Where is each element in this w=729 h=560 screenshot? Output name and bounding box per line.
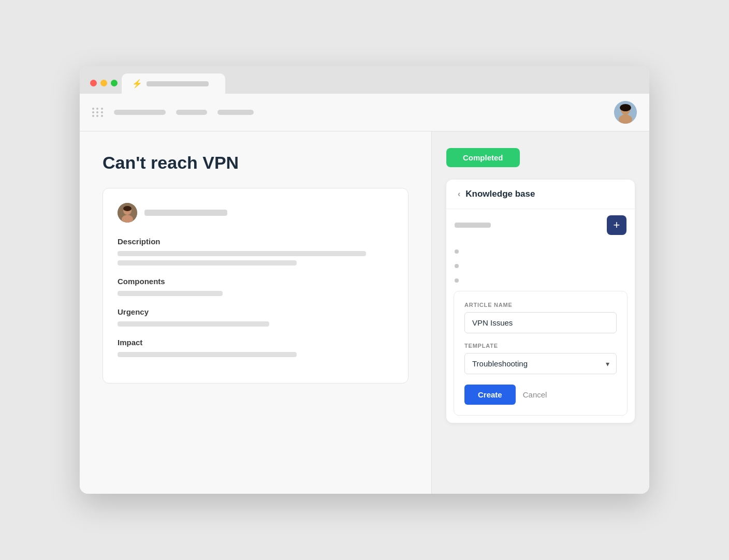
dot	[101, 115, 103, 117]
traffic-lights	[90, 80, 118, 94]
kb-header: ‹ Knowledge base	[446, 180, 635, 209]
user-avatar[interactable]	[614, 101, 637, 124]
right-panel: Completed ‹ Knowledge base +	[432, 131, 649, 494]
list-dot	[455, 249, 459, 254]
close-button[interactable]	[90, 80, 97, 86]
template-field-group: TEMPLATE Troubleshooting How-to FAQ Refe…	[464, 343, 617, 374]
components-label: Components	[118, 277, 393, 286]
apps-grid-icon[interactable]	[92, 108, 104, 117]
nav-item-3[interactable]	[217, 110, 254, 115]
list-dot	[455, 278, 459, 283]
description-bar-1	[118, 251, 366, 256]
create-button[interactable]: Create	[464, 385, 516, 405]
urgency-bar-1	[118, 321, 269, 327]
dot	[101, 108, 103, 110]
tab-title-bar	[147, 81, 209, 86]
kb-title: Knowledge base	[465, 189, 535, 199]
kb-toolbar: +	[446, 209, 635, 241]
article-name-field-group: ARTICLE NAME	[464, 302, 617, 333]
knowledge-base-panel: ‹ Knowledge base +	[446, 180, 635, 423]
dot	[101, 111, 103, 113]
components-section: Components	[118, 277, 393, 296]
impact-section: Impact	[118, 338, 393, 357]
impact-bar-1	[118, 352, 297, 357]
fullscreen-button[interactable]	[111, 80, 118, 86]
template-label: TEMPLATE	[464, 343, 617, 349]
navbar	[80, 94, 649, 131]
dot	[96, 111, 98, 113]
nav-item-2[interactable]	[176, 110, 207, 115]
ticket-title: Can't reach VPN	[103, 152, 409, 173]
nav-left	[92, 108, 254, 117]
kb-list-items	[446, 241, 635, 291]
description-bar-2	[118, 260, 297, 266]
back-arrow-icon[interactable]: ‹	[458, 189, 460, 199]
ticket-card: Description Components Urgency Impact	[103, 188, 409, 384]
completed-badge: Completed	[446, 148, 520, 167]
add-article-button[interactable]: +	[607, 215, 626, 235]
urgency-section: Urgency	[118, 307, 393, 327]
ticket-author	[118, 203, 393, 223]
list-dot	[455, 264, 459, 268]
minimize-button[interactable]	[100, 80, 107, 86]
browser-tab[interactable]: ⚡	[122, 73, 225, 94]
template-select-wrapper: Troubleshooting How-to FAQ Reference ▾	[464, 353, 617, 374]
dot	[92, 108, 94, 110]
description-label: Description	[118, 237, 393, 246]
form-actions: Create Cancel	[464, 385, 617, 405]
nav-item-1[interactable]	[114, 110, 166, 115]
urgency-label: Urgency	[118, 307, 393, 316]
impact-label: Impact	[118, 338, 393, 347]
svg-point-4	[620, 104, 631, 111]
dot	[96, 108, 98, 110]
browser-window: ⚡	[80, 66, 649, 494]
description-section: Description	[118, 237, 393, 266]
left-panel: Can't reach VPN D	[80, 131, 432, 494]
kb-toolbar-label-bar	[455, 223, 491, 228]
cancel-button[interactable]: Cancel	[523, 390, 547, 399]
main-content: Can't reach VPN D	[80, 131, 649, 494]
author-name-placeholder	[144, 210, 227, 216]
article-name-label: ARTICLE NAME	[464, 302, 617, 308]
components-bar-1	[118, 291, 223, 296]
lightning-icon: ⚡	[132, 79, 142, 89]
article-form-card: ARTICLE NAME TEMPLATE Troubleshooting Ho…	[454, 291, 628, 416]
template-select[interactable]: Troubleshooting How-to FAQ Reference	[464, 353, 617, 374]
author-avatar	[118, 203, 137, 223]
svg-point-8	[123, 206, 132, 211]
list-item	[446, 244, 635, 259]
dot	[92, 115, 94, 117]
list-item	[446, 259, 635, 273]
dot	[96, 115, 98, 117]
list-item	[446, 273, 635, 288]
browser-chrome: ⚡	[80, 66, 649, 94]
article-name-input[interactable]	[464, 312, 617, 333]
dot	[92, 111, 94, 113]
